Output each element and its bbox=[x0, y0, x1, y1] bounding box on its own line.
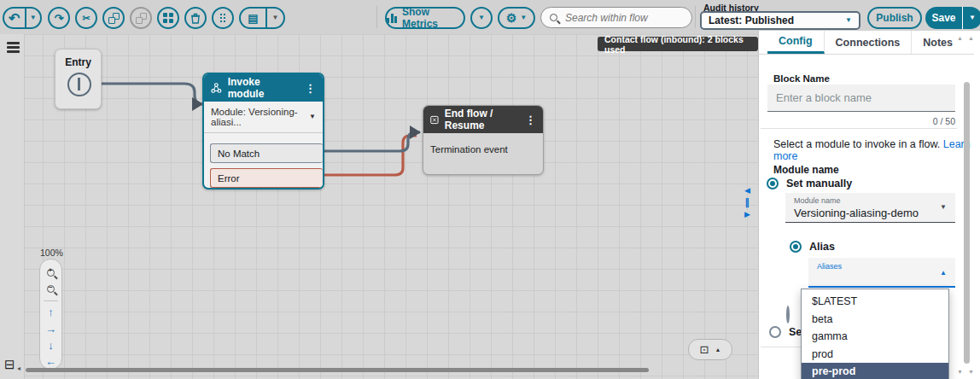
menu-button[interactable] bbox=[7, 42, 20, 55]
flow-connectors bbox=[0, 34, 758, 379]
pan-left-button[interactable]: ← bbox=[44, 355, 59, 369]
arrange-button[interactable] bbox=[212, 7, 234, 29]
gear-icon: ⚙ bbox=[506, 11, 517, 25]
copy-button[interactable] bbox=[102, 7, 125, 29]
alias-option-pre-prod[interactable]: pre-prod bbox=[802, 363, 948, 379]
char-counter: 0 / 50 bbox=[767, 116, 955, 126]
aliases-caret-up-icon: ▲ bbox=[940, 270, 947, 277]
output-error[interactable]: Error bbox=[210, 168, 323, 188]
radio-unselected-icon[interactable] bbox=[769, 326, 781, 338]
module-description: Select a module to invoke in a flow. Lea… bbox=[773, 138, 980, 162]
termination-event-label: Termination event bbox=[423, 133, 543, 166]
show-metrics-button[interactable]: Show Metrics bbox=[385, 7, 465, 29]
cut-button[interactable]: ✂ bbox=[75, 7, 97, 29]
save-button[interactable]: Save bbox=[925, 7, 963, 29]
annotations-caret-icon[interactable]: ▼ bbox=[267, 9, 283, 27]
panel-scrollbar[interactable] bbox=[964, 82, 970, 364]
invoke-module-block[interactable]: Invoke module ⋮ Module: Versioning-alias… bbox=[202, 73, 324, 190]
collapse-icon: ▲ bbox=[715, 347, 720, 353]
module-icon bbox=[211, 82, 222, 94]
metrics-caret-icon: ▼ bbox=[478, 15, 485, 21]
search-input[interactable] bbox=[563, 11, 678, 25]
end-flow-block[interactable]: End flow / Resume ⋮ Termination event bbox=[423, 105, 544, 175]
paste-button[interactable] bbox=[130, 7, 152, 29]
alias-option[interactable]: Alias bbox=[790, 241, 835, 253]
flow-designer-app: ↶ ▼ ↷ ✂ ▤ ▼ Show Metrics ▼ ⚙ ▼ bbox=[0, 0, 980, 379]
tab-config[interactable]: Config bbox=[767, 31, 825, 54]
entry-port-icon[interactable] bbox=[67, 73, 91, 96]
redo-icon: ↷ bbox=[55, 12, 64, 25]
divider bbox=[761, 347, 801, 347]
block-menu-icon[interactable]: ⋮ bbox=[525, 114, 536, 126]
scissors-icon: ✂ bbox=[82, 13, 90, 24]
module-field-value: Module: Versioning-aliasi... bbox=[211, 107, 309, 127]
tab-connections[interactable]: Connections bbox=[825, 31, 913, 54]
flow-canvas[interactable]: Contact flow (inbound): 2 blocks used En… bbox=[0, 34, 758, 379]
settings-caret-icon: ▼ bbox=[520, 15, 527, 21]
alias-option-prod[interactable]: prod bbox=[802, 346, 948, 364]
alias-option-gamma[interactable]: gamma bbox=[802, 328, 948, 346]
save-split-button: Save ▼ bbox=[925, 7, 980, 29]
invoke-input-port[interactable] bbox=[192, 97, 203, 111]
end-flow-input-port[interactable] bbox=[410, 125, 421, 139]
module-select-caret-icon: ▼ bbox=[940, 204, 947, 211]
aliases-label: Aliases bbox=[817, 262, 947, 271]
expand-panel-icon[interactable]: ▶ bbox=[744, 210, 750, 219]
undo-icon[interactable]: ↶ bbox=[4, 9, 26, 27]
module-field-caret-icon: ▼ bbox=[309, 114, 316, 120]
audit-caret-icon: ▼ bbox=[845, 17, 852, 24]
toolbar-divider bbox=[376, 6, 377, 28]
settings-button[interactable]: ⚙ ▼ bbox=[498, 7, 535, 29]
pan-up-button[interactable]: ↑ bbox=[44, 306, 59, 319]
entry-block[interactable]: Entry bbox=[55, 49, 102, 109]
entry-block-title: Entry bbox=[55, 56, 101, 68]
aliases-combobox[interactable]: Aliases ▲ bbox=[808, 258, 955, 288]
panel-scroll-up-icon[interactable]: ▲ bbox=[957, 35, 963, 41]
resize-grip-icon[interactable]: ∥ bbox=[745, 197, 750, 208]
radio-unselected-icon[interactable] bbox=[786, 306, 790, 324]
output-no-match[interactable]: No Match bbox=[210, 143, 323, 163]
module-name-heading: Module name bbox=[773, 164, 839, 176]
zoom-out-button[interactable] bbox=[44, 282, 59, 295]
block-name-input[interactable] bbox=[767, 85, 955, 112]
zoom-in-button[interactable] bbox=[44, 265, 59, 279]
minimap-toggle[interactable]: ⊡ ▲ bbox=[688, 339, 732, 360]
hscroll-left-icon[interactable]: ◂ bbox=[17, 364, 20, 372]
grid-icon bbox=[163, 13, 173, 23]
module-name-select[interactable]: Module name Versioning-aliasing-demo ▼ bbox=[785, 193, 955, 223]
config-panel: Config Connections Notes ▲ ▲ Block Name … bbox=[758, 31, 980, 379]
invoke-module-header[interactable]: Invoke module ⋮ bbox=[204, 74, 323, 102]
set-manually-option[interactable]: Set manually bbox=[767, 178, 852, 190]
delete-button[interactable] bbox=[184, 7, 207, 29]
panel-scroll-up-icon[interactable]: ▲ bbox=[968, 35, 974, 41]
end-flow-icon bbox=[430, 114, 439, 125]
notes-icon[interactable]: ▤ bbox=[241, 9, 267, 27]
radio-selected-icon[interactable] bbox=[790, 241, 802, 253]
end-flow-header[interactable]: End flow / Resume ⋮ bbox=[423, 106, 543, 133]
canvas-left-rail bbox=[0, 34, 25, 379]
fit-screen-icon: ⊡ bbox=[700, 344, 709, 355]
dock-panel-icon[interactable]: ⊟ bbox=[4, 358, 15, 370]
metrics-options-button[interactable]: ▼ bbox=[470, 7, 493, 29]
blocks-grid-button[interactable] bbox=[157, 7, 179, 29]
annotations-split-button[interactable]: ▤ ▼ bbox=[239, 7, 285, 29]
collapse-panel-icon[interactable]: ◀ bbox=[744, 186, 750, 195]
pan-right-button[interactable]: → bbox=[44, 322, 59, 335]
panel-scroll-down-icon[interactable]: ▼ bbox=[957, 369, 963, 375]
tab-notes[interactable]: Notes bbox=[912, 31, 964, 54]
audit-history-select[interactable]: Latest: Published ▼ bbox=[700, 11, 860, 30]
block-name-label: Block Name bbox=[773, 73, 830, 84]
undo-caret-icon[interactable]: ▼ bbox=[26, 9, 40, 27]
radio-selected-icon[interactable] bbox=[767, 178, 779, 190]
pan-down-button[interactable]: ↓ bbox=[44, 338, 59, 352]
module-field-dropdown[interactable]: Module: Versioning-aliasi... ▼ bbox=[204, 102, 323, 133]
panel-scroll-down-icon[interactable]: ▼ bbox=[968, 369, 974, 375]
block-menu-icon[interactable]: ⋮ bbox=[305, 82, 316, 95]
alias-option-latest[interactable]: $LATEST bbox=[802, 293, 948, 311]
save-caret-icon[interactable]: ▼ bbox=[963, 7, 980, 29]
horizontal-scrollbar[interactable] bbox=[26, 368, 649, 372]
undo-split-button[interactable]: ↶ ▼ bbox=[3, 7, 42, 29]
alias-option-beta[interactable]: beta bbox=[802, 311, 948, 329]
publish-button[interactable]: Publish bbox=[867, 7, 922, 29]
redo-button[interactable]: ↷ bbox=[48, 7, 70, 29]
